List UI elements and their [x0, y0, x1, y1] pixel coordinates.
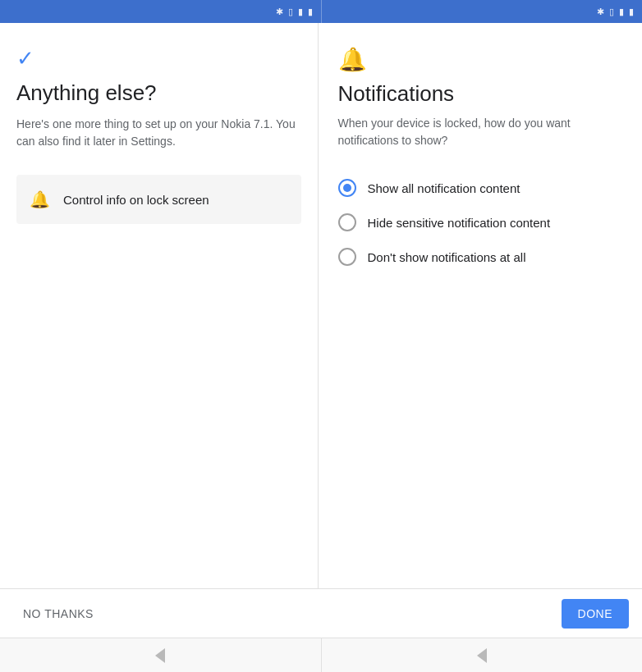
back-triangle-icon-left — [155, 648, 165, 663]
right-panel-description: When your device is locked, how do you w… — [338, 115, 623, 149]
radio-label-hide-sensitive: Hide sensitive notification content — [368, 216, 551, 230]
left-panel-title: Anything else? — [16, 80, 301, 106]
status-bars: ✱ ▯ ▮ ▮ ✱ ▯ ▮ ▮ — [0, 0, 642, 23]
check-icon: ✓ — [16, 48, 301, 69]
radio-label-dont-show: Don't show notifications at all — [368, 250, 526, 264]
notification-bell-icon: 🔔 — [338, 46, 623, 73]
lock-screen-item[interactable]: 🔔 Control info on lock screen — [16, 175, 301, 224]
nav-back-left[interactable] — [0, 638, 322, 672]
done-button[interactable]: DONE — [562, 599, 629, 629]
radio-circle-dont-show — [338, 248, 356, 266]
right-panel-title: Notifications — [338, 81, 623, 107]
bottom-section: NO THANKS DONE — [0, 588, 642, 672]
battery-icon-right: ▮ — [629, 7, 634, 17]
back-triangle-icon-right — [477, 648, 487, 663]
signal-icon-right: ▮ — [619, 7, 624, 17]
radio-option-dont-show[interactable]: Don't show notifications at all — [338, 240, 623, 274]
status-bar-right: ✱ ▯ ▮ ▮ — [322, 0, 643, 23]
nav-back-right[interactable] — [322, 638, 643, 672]
main-content: ✓ Anything else? Here's one more thing t… — [0, 23, 642, 588]
left-panel-description: Here's one more thing to set up on your … — [16, 116, 301, 150]
battery-icon-left: ▮ — [308, 7, 313, 17]
vibrate-icon-right: ▯ — [609, 7, 614, 17]
bluetooth-icon-left: ✱ — [276, 7, 283, 17]
no-thanks-button[interactable]: NO THANKS — [13, 601, 103, 627]
radio-label-show-all: Show all notification content — [368, 181, 520, 195]
radio-circle-hide-sensitive — [338, 213, 356, 231]
lock-screen-item-label: Control info on lock screen — [63, 193, 209, 207]
right-panel: 🔔 Notifications When your device is lock… — [319, 23, 643, 588]
vibrate-icon-left: ▯ — [288, 7, 293, 17]
radio-option-hide-sensitive[interactable]: Hide sensitive notification content — [338, 205, 623, 240]
action-bar: NO THANKS DONE — [0, 588, 642, 638]
lock-screen-bell-icon: 🔔 — [30, 190, 50, 209]
radio-option-show-all[interactable]: Show all notification content — [338, 171, 623, 205]
status-bar-left: ✱ ▯ ▮ ▮ — [0, 0, 322, 23]
bluetooth-icon-right: ✱ — [597, 7, 604, 17]
signal-icon-left: ▮ — [298, 7, 303, 17]
left-panel: ✓ Anything else? Here's one more thing t… — [0, 23, 319, 588]
radio-circle-show-all — [338, 179, 356, 197]
nav-bar — [0, 638, 642, 672]
